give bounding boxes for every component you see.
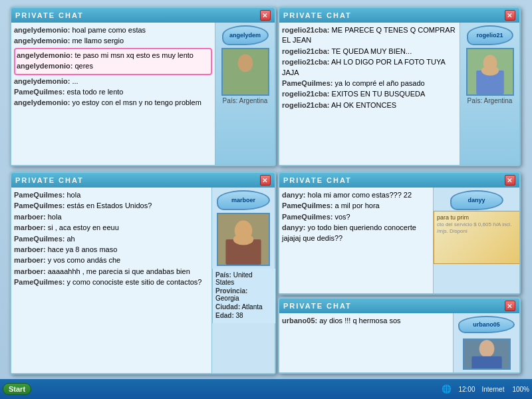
chat-window-5: PRIVATE CHAT ✕ urbano05: ay dios !!! q h… bbox=[278, 297, 521, 374]
chat-window-2: PRIVATE CHAT ✕ rogelio21cba: ME PARECE Q… bbox=[278, 7, 521, 166]
message: PameQuilmes: estás en Estados Unidos? bbox=[14, 201, 209, 211]
chat-messages-1: angelydemonio: hoal pame como estas ange… bbox=[11, 23, 215, 165]
svg-point-7 bbox=[481, 66, 498, 76]
message: PameQuilmes: vos? bbox=[282, 212, 430, 222]
profile-info: País: United States Provincia: Georgia C… bbox=[212, 269, 275, 323]
message: marboer: hace ya 8 anos maso bbox=[14, 245, 209, 255]
country-info-2: País: Argentina bbox=[467, 96, 513, 106]
clock: 12:00 bbox=[454, 384, 479, 394]
message: PameQuilmes: esta todo re lento bbox=[14, 87, 212, 97]
username-bubble-1: angelydem bbox=[222, 25, 269, 45]
close-button-4[interactable]: ✕ bbox=[505, 175, 515, 186]
avatar-photo-2 bbox=[466, 48, 514, 96]
chat-window-4: PRIVATE CHAT ✕ danyy: hola mi amor como … bbox=[278, 172, 521, 295]
svg-rect-17 bbox=[471, 356, 501, 370]
country-info-1: País: Argentina bbox=[223, 96, 268, 106]
chat-window-3: PRIVATE CHAT ✕ PameQuilmes: hola PameQui… bbox=[10, 172, 276, 374]
chat-messages-5: urbano05: ay dios !!! q hermosa sos bbox=[279, 313, 453, 372]
message: angelydemonio: ... bbox=[14, 76, 212, 86]
close-button-2[interactable]: ✕ bbox=[505, 10, 515, 21]
zoom-level: 100% bbox=[512, 386, 529, 393]
taskbar: Start 🌐 12:00 Internet 100% bbox=[0, 379, 532, 399]
chat-title-bar-4: PRIVATE CHAT ✕ bbox=[279, 173, 519, 188]
internet-icon: 🌐 bbox=[442, 384, 452, 394]
username-bubble-5: urbano05 bbox=[458, 316, 515, 333]
message: angelydemonio: hoal pame como estas bbox=[14, 25, 212, 35]
profile-ciudad: Ciudad: Atlanta bbox=[215, 303, 273, 311]
svg-point-11 bbox=[233, 233, 253, 245]
profile-pais: País: United States bbox=[215, 271, 273, 286]
message: rogelio21cba: EXITOS EN TU BUSQUEDA bbox=[282, 89, 457, 99]
promo-banner: para tu prim cto del servicio $ 0,605 IV… bbox=[434, 211, 519, 264]
chat-messages-3: PameQuilmes: hola PameQuilmes: estás en … bbox=[11, 188, 211, 373]
message: rogelio21cba: AH OK ENTONCES bbox=[282, 100, 457, 110]
chat-messages-4: danyy: hola mi amor como estas??? 22 Pam… bbox=[279, 188, 433, 293]
chat-messages-2: rogelio21cba: ME PARECE Q TENES Q COMPRA… bbox=[279, 23, 460, 165]
message: rogelio21cba: AH LO DIGO POR LA FOTO TUY… bbox=[282, 57, 457, 78]
message: marboer: si , aca estoy en eeuu bbox=[14, 223, 209, 233]
highlight-box: angelydemonio: te paso mi msn xq esto es… bbox=[14, 48, 212, 75]
username-bubble-4: danyy bbox=[450, 190, 503, 210]
close-button-1[interactable]: ✕ bbox=[260, 10, 271, 21]
message: marboer: aaaaahhh , me parecia si que an… bbox=[14, 267, 209, 277]
chat-sidebar-1: angelydem País: Argentina bbox=[215, 23, 275, 165]
message: angelydemonio: te paso mi msn xq esto es… bbox=[17, 51, 209, 61]
message: PameQuilmes: y como conociste este sitio… bbox=[14, 277, 209, 287]
username-bubble-2: rogelio21 bbox=[467, 25, 513, 45]
chat-title-label-5: PRIVATE CHAT bbox=[283, 302, 352, 310]
chat-title-bar-3: PRIVATE CHAT ✕ bbox=[11, 173, 275, 188]
avatar-photo-5 bbox=[463, 338, 511, 370]
message: angelydemonio: me llamo sergio bbox=[14, 36, 212, 46]
avatar-photo-1 bbox=[221, 48, 269, 96]
message: PameQuilmes: ah bbox=[14, 234, 209, 244]
avatar-photo-3 bbox=[217, 213, 270, 266]
message: PameQuilmes: hola bbox=[14, 190, 209, 200]
chat-title-bar-1: PRIVATE CHAT ✕ bbox=[11, 8, 275, 23]
start-button[interactable]: Start bbox=[3, 383, 31, 395]
message: danyy: yo todo bien queriendo conocerte … bbox=[282, 223, 430, 243]
username-bubble-3: marboer bbox=[217, 190, 270, 210]
svg-point-1 bbox=[237, 55, 253, 72]
svg-point-16 bbox=[479, 340, 494, 358]
message: PameQuilmes: ya lo compré el año pasado bbox=[282, 78, 457, 88]
message: danyy: hola mi amor como estas??? 22 bbox=[282, 190, 430, 200]
zoom-label: Internet bbox=[482, 386, 505, 393]
message: rogelio21cba: TE QUEDA MUY BIEN... bbox=[282, 47, 457, 57]
svg-rect-3 bbox=[229, 73, 261, 94]
profile-edad: Edad: 38 bbox=[215, 312, 273, 319]
message: marboer: y vos como andás che bbox=[14, 255, 209, 265]
chat-title-label-4: PRIVATE CHAT bbox=[283, 176, 352, 184]
taskbar-right: 🌐 12:00 Internet 100% bbox=[442, 384, 529, 394]
chat-title-label-3: PRIVATE CHAT bbox=[15, 176, 84, 184]
message: rogelio21cba: ME PARECE Q TENES Q COMPRA… bbox=[282, 25, 457, 46]
close-button-5[interactable]: ✕ bbox=[505, 301, 515, 311]
chat-title-bar-2: PRIVATE CHAT ✕ bbox=[279, 8, 519, 23]
message: angelydemonio: yo estoy con el msn y no … bbox=[14, 98, 212, 108]
chat-title-bar-5: PRIVATE CHAT ✕ bbox=[279, 299, 519, 313]
message: angelydemonio: qeres bbox=[17, 61, 209, 71]
chat-title-label-2: PRIVATE CHAT bbox=[283, 11, 352, 19]
close-button-3[interactable]: ✕ bbox=[260, 175, 271, 186]
chat-sidebar-2: rogelio21 País: Argentina bbox=[460, 23, 519, 165]
message: urbano05: ay dios !!! q hermosa sos bbox=[282, 316, 450, 326]
taskbar-left: Start bbox=[3, 383, 31, 395]
profile-provincia: Provincia: Georgia bbox=[215, 287, 273, 302]
chat-window-1: PRIVATE CHAT ✕ angelydemonio: hoal pame … bbox=[10, 7, 276, 166]
chat-title-label-1: PRIVATE CHAT bbox=[15, 11, 84, 19]
message: marboer: hola bbox=[14, 212, 209, 222]
message: PameQuilmes: a mil por hora bbox=[282, 201, 430, 211]
desktop: PRIVATE CHAT ✕ angelydemonio: hoal pame … bbox=[0, 0, 532, 399]
